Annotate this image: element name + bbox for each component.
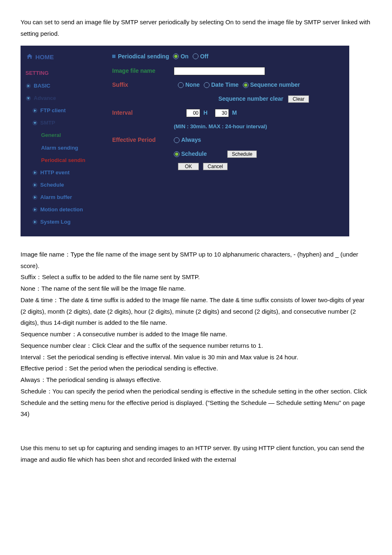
desc-interval: Interval：Set the periodical sending is e…: [21, 352, 371, 363]
seq-clear-label: Sequence number clear: [218, 95, 283, 102]
arrow-down-icon: [25, 95, 31, 101]
radio-none[interactable]: [178, 82, 184, 88]
nav-http-event[interactable]: HTTP event: [21, 166, 105, 179]
nav-periodical-sending[interactable]: Periodical sendin: [21, 154, 105, 166]
h-label: H: [203, 109, 208, 116]
m-label: M: [232, 109, 237, 116]
desc-none: None：The name of the sent file will be t…: [21, 283, 371, 294]
nav-label: Alarm buffer: [40, 192, 72, 202]
desc-effective: Effective period：Set the period when the…: [21, 363, 371, 374]
arrow-right-icon: [32, 170, 38, 176]
nav-label: FTP client: [40, 106, 66, 116]
off-label: Off: [200, 51, 208, 62]
radio-datetime[interactable]: [204, 82, 210, 88]
nav-label: BASIC: [34, 81, 50, 91]
section-header: Periodical sending On Off: [112, 51, 342, 62]
description-text: Image file name：Type the file name of th…: [21, 249, 371, 465]
nav-general[interactable]: General: [21, 129, 105, 141]
nav-label: SMTP: [40, 118, 55, 128]
datetime-label: Date Time: [211, 80, 239, 90]
desc-seqclear: Sequence number clear：Click Clear and th…: [21, 340, 371, 352]
desc-seqnum: Sequence number：A consecutive number is …: [21, 328, 371, 340]
home-label: HOME: [35, 51, 54, 63]
nav-advance[interactable]: Advance: [21, 92, 105, 104]
suffix-label: Suffix: [112, 80, 174, 90]
desc-schedule: Schedule：You can specify the period when…: [21, 386, 371, 420]
section-title: Periodical sending: [118, 51, 169, 62]
radio-on[interactable]: [173, 53, 179, 59]
cancel-button[interactable]: Cancel: [203, 163, 227, 170]
nav-label: General: [41, 130, 61, 140]
nav-label: Schedule: [40, 180, 64, 190]
effective-period-label: Effective Period: [112, 135, 174, 146]
nav-motion-detection[interactable]: Motion detection: [21, 204, 105, 216]
nav-alarm-buffer[interactable]: Alarm buffer: [21, 191, 105, 204]
nav-alarm-sending[interactable]: Alarm sending: [21, 142, 105, 154]
desc-image-file-name: Image file name：Type the file name of th…: [21, 249, 371, 272]
arrow-down-icon: [32, 120, 38, 126]
arrow-right-icon: [32, 219, 38, 225]
desc-suffix: Suffix：Select a suffix to be added to th…: [21, 271, 371, 283]
nav-label: HTTP event: [40, 168, 69, 178]
radio-off[interactable]: [193, 53, 198, 59]
nav-system-log[interactable]: System Log: [21, 216, 105, 228]
intro-paragraph: You can set to send an image file by SMT…: [21, 16, 371, 39]
nav-ftp-client[interactable]: FTP client: [21, 104, 105, 117]
nav-label: Motion detection: [40, 205, 83, 215]
radio-seqnum[interactable]: [243, 82, 249, 88]
settings-screenshot: HOME SETTING BASIC Advance FTP client SM…: [21, 46, 349, 236]
clear-button[interactable]: Clear: [288, 95, 309, 103]
bullet-icon: [112, 55, 115, 58]
nav-smtp[interactable]: SMTP: [21, 117, 105, 129]
arrow-right-icon: [25, 83, 31, 89]
arrow-right-icon: [32, 182, 38, 188]
nav-label: Alarm sending: [41, 143, 78, 153]
always-label: Always: [181, 135, 201, 146]
home-icon: [26, 51, 35, 63]
radio-always[interactable]: [174, 137, 180, 143]
ok-button[interactable]: OK: [178, 163, 199, 170]
nav-label: Advance: [34, 93, 56, 103]
on-label: On: [180, 51, 188, 62]
seqnum-label: Sequence number: [250, 80, 300, 90]
sidebar: HOME SETTING BASIC Advance FTP client SM…: [21, 46, 105, 236]
image-file-name-label: Image file name: [112, 66, 174, 76]
radio-schedule[interactable]: [174, 151, 180, 157]
home-link[interactable]: HOME: [21, 50, 105, 66]
arrow-right-icon: [32, 194, 38, 200]
interval-hint: (MIN : 30min. MAX : 24-hour interval): [174, 122, 267, 132]
nav-schedule[interactable]: Schedule: [21, 179, 105, 191]
schedule-label: Schedule: [181, 149, 207, 160]
nav-basic[interactable]: BASIC: [21, 80, 105, 92]
image-file-name-input[interactable]: [174, 67, 265, 75]
desc-always: Always：The periodical sending is always …: [21, 374, 371, 386]
nav-label: Periodical sendin: [41, 155, 85, 165]
desc-datetime: Date & time：The date & time suffix is ad…: [21, 294, 371, 328]
content-panel: Periodical sending On Off Image file nam…: [105, 46, 349, 236]
desc-http: Use this menu to set up for capturing an…: [21, 442, 371, 465]
minutes-input[interactable]: 30: [215, 109, 229, 117]
setting-heading: SETTING: [21, 66, 105, 80]
arrow-right-icon: [32, 207, 38, 213]
hours-input[interactable]: 00: [186, 109, 200, 117]
none-label: None: [185, 80, 200, 90]
interval-label: Interval: [112, 108, 174, 118]
nav-label: System Log: [40, 217, 71, 227]
arrow-right-icon: [32, 108, 38, 113]
schedule-button[interactable]: Schedule: [227, 150, 257, 158]
